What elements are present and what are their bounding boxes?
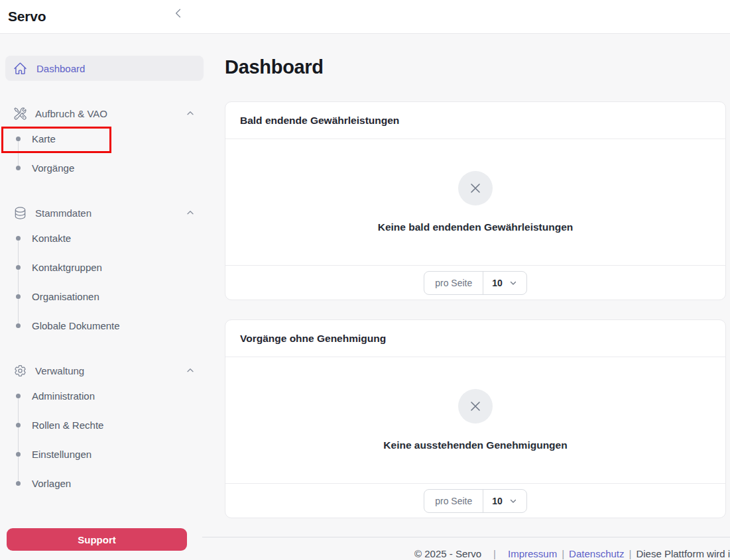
empty-state: Keine ausstehenden Genehmigungen: [225, 357, 725, 483]
x-icon: [458, 389, 493, 423]
sidebar-item-label: Karte: [32, 133, 56, 144]
bullet-icon: [16, 265, 21, 270]
sidebar-item-einstellungen[interactable]: Einstellungen: [5, 441, 204, 467]
chevron-up-icon: [185, 108, 196, 119]
sidebar-section-stammdaten: Stammdaten Kontakte Kontaktgruppen Organ: [5, 200, 204, 338]
sidebar-item-label: Rollen & Rechte: [32, 420, 103, 431]
sidebar-section-label: Aufbruch & VAO: [35, 108, 107, 119]
page-title: Dashboard: [225, 56, 730, 78]
sidebar-item-label: Vorgänge: [32, 162, 74, 174]
card-title: Vorgänge ohne Genehmigung: [225, 320, 725, 357]
sidebar-item-label: Kontakte: [32, 233, 71, 244]
sidebar-item-dashboard[interactable]: Dashboard: [5, 56, 204, 81]
sidebar-sublist: Kontakte Kontaktgruppen Organisationen G…: [5, 225, 204, 338]
card-warranties: Bald endende Gewährleistungen Keine bald…: [225, 101, 726, 300]
x-icon: [458, 171, 493, 205]
card-approvals: Vorgänge ohne Genehmigung Keine ausstehe…: [225, 319, 726, 518]
database-icon: [13, 206, 27, 220]
datenschutz-link[interactable]: Datenschutz: [569, 548, 624, 559]
sidebar-item-karte[interactable]: Karte: [5, 126, 204, 151]
sidebar-section-label: Verwaltung: [35, 365, 84, 376]
sidebar-section-header-stammdaten[interactable]: Stammdaten: [5, 200, 204, 225]
home-icon: [13, 62, 27, 76]
chevron-down-icon: [509, 278, 518, 288]
footer-separator: |: [493, 548, 496, 559]
bullet-icon: [16, 323, 21, 328]
sidebar-item-rollen-rechte[interactable]: Rollen & Rechte: [5, 412, 204, 437]
bullet-icon: [16, 452, 21, 457]
footer-separator: |: [562, 548, 564, 559]
sidebar-item-vorlagen[interactable]: Vorlagen: [5, 471, 204, 496]
bullet-icon: [16, 137, 21, 141]
per-page-label: pro Seite: [424, 272, 483, 294]
sidebar-item-label: Kontaktgruppen: [32, 262, 102, 273]
per-page-label: pro Seite: [424, 490, 483, 512]
per-page-value: 10: [492, 278, 503, 288]
tools-icon: [13, 107, 27, 121]
sidebar-section-aufbruch-vao: Aufbruch & VAO Karte Vorgänge: [5, 101, 204, 180]
sidebar-item-organisationen[interactable]: Organisationen: [5, 284, 204, 309]
bullet-icon: [16, 294, 21, 299]
chevron-down-icon: [509, 496, 518, 506]
sidebar-item-label: Globale Dokumente: [32, 320, 120, 331]
sidebar-sublist: Administration Rollen & Rechte Einstellu…: [5, 383, 204, 496]
per-page-select[interactable]: pro Seite 10: [424, 271, 527, 295]
support-button[interactable]: Support: [7, 528, 187, 551]
chevron-up-icon: [185, 207, 196, 218]
sidebar-section-label: Stammdaten: [35, 207, 91, 219]
impressum-link[interactable]: Impressum: [508, 548, 557, 559]
empty-state: Keine bald endenden Gewährleistungen: [225, 139, 725, 265]
sidebar: Dashboard Aufbruch & VAO Karte: [0, 34, 209, 560]
footer-divider: [202, 537, 730, 537]
sidebar-section-header-verwaltung[interactable]: Verwaltung: [5, 358, 204, 383]
empty-state-message: Keine bald endenden Gewährleistungen: [378, 221, 574, 233]
sidebar-sublist: Karte Vorgänge: [5, 126, 204, 180]
bullet-icon: [16, 166, 21, 170]
app-root: Servo Dashboard Aufbruch & VAO: [0, 0, 730, 560]
brand-logo: Servo: [8, 9, 46, 25]
sidebar-item-label: Einstellungen: [32, 449, 91, 460]
sidebar-item-label: Organisationen: [32, 291, 99, 302]
bullet-icon: [16, 236, 21, 241]
chevron-up-icon: [185, 365, 196, 376]
bullet-icon: [16, 394, 21, 398]
sidebar-item-vorgaenge[interactable]: Vorgänge: [5, 155, 204, 180]
footer-trailing-text: Diese Plattform wird im: [636, 548, 730, 559]
footer-separator: |: [629, 548, 632, 559]
sidebar-item-kontakte[interactable]: Kontakte: [5, 225, 204, 251]
empty-state-message: Keine ausstehenden Genehmigungen: [383, 439, 567, 451]
bullet-icon: [16, 481, 21, 486]
gear-icon: [13, 364, 27, 378]
sidebar-item-administration[interactable]: Administration: [5, 383, 204, 408]
copyright-text: © 2025 - Servo: [414, 548, 481, 559]
sidebar-collapse-button[interactable]: [171, 6, 186, 21]
sidebar-item-label: Vorlagen: [32, 478, 71, 489]
sidebar-item-label: Dashboard: [36, 63, 85, 74]
per-page-value: 10: [492, 496, 503, 506]
page-footer: © 2025 - Servo | Impressum | Datenschutz…: [414, 548, 730, 559]
topbar: Servo: [0, 0, 730, 34]
card-pagination-footer: pro Seite 10: [225, 265, 725, 300]
sidebar-section-verwaltung: Verwaltung Administration Rollen & Recht…: [5, 358, 204, 496]
card-pagination-footer: pro Seite 10: [225, 483, 725, 518]
card-title: Bald endende Gewährleistungen: [225, 102, 725, 139]
sidebar-item-kontaktgruppen[interactable]: Kontaktgruppen: [5, 254, 204, 280]
bullet-icon: [16, 423, 21, 427]
sidebar-section-header-aufbruch-vao[interactable]: Aufbruch & VAO: [5, 101, 204, 126]
main-content: Dashboard Bald endende Gewährleistungen …: [209, 34, 730, 518]
sidebar-item-globale-dokumente[interactable]: Globale Dokumente: [5, 313, 204, 338]
sidebar-item-label: Administration: [32, 390, 95, 402]
per-page-select[interactable]: pro Seite 10: [424, 489, 527, 513]
chevron-left-icon: [172, 7, 185, 20]
